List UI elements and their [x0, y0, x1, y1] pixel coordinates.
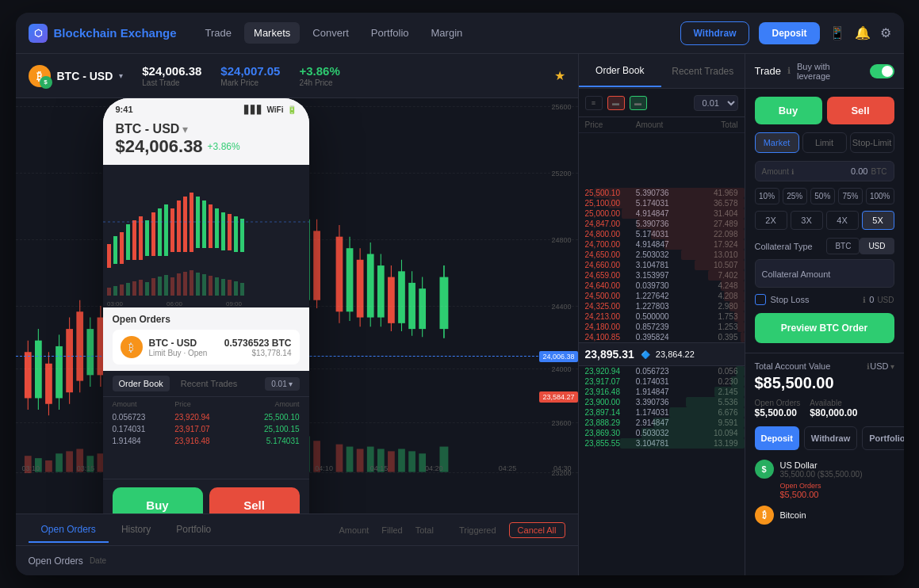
lev-3x[interactable]: 3X	[791, 211, 823, 230]
ask-row[interactable]: 24,660.003.10478110.507	[579, 260, 745, 270]
ask-row[interactable]: 24,847.005.39073627.489	[579, 219, 745, 229]
nav-item-margin[interactable]: Margin	[422, 22, 473, 44]
stop-loss-checkbox[interactable]	[755, 294, 766, 305]
ask-row[interactable]: 24,650.002.50303213.010	[579, 250, 745, 260]
lev-2x[interactable]: 2X	[755, 211, 787, 230]
ask-row[interactable]: 24,180.000.8572391.253	[579, 322, 745, 332]
ot-tab-limit[interactable]: Limit	[802, 132, 847, 153]
ask-row[interactable]: 25,000.004.91484731.404	[579, 208, 745, 219]
pct-100[interactable]: 100%	[866, 188, 894, 204]
collateral-btc-button[interactable]: BTC	[826, 238, 860, 254]
favorite-button[interactable]: ★	[554, 68, 565, 83]
chart-bottom-tabs: Open Orders History Portfolio Amount Fil…	[16, 514, 578, 545]
bid-row[interactable]: 23,917.070.1740310.230	[579, 376, 745, 387]
collateral-type-label: Collateral Type	[755, 242, 827, 251]
collateral-amount-field[interactable]: Collateral Amount	[755, 259, 894, 288]
amount-value: 0.00	[851, 166, 867, 176]
ask-row[interactable]: 24,325.001.2278032.980	[579, 301, 745, 311]
ob-tab-order-book[interactable]: Order Book	[579, 55, 662, 87]
ask-row[interactable]: 24,659.003.1539977.402	[579, 270, 745, 281]
nav-item-portfolio[interactable]: Portfolio	[362, 22, 419, 44]
svg-rect-133	[215, 208, 219, 248]
pct-25[interactable]: 25%	[783, 188, 807, 204]
open-orders-label[interactable]: Open Orders	[29, 556, 83, 567]
orders-col-total: Total	[415, 525, 434, 535]
stop-loss-info-icon[interactable]: ℹ	[863, 296, 866, 304]
order-book-controls: ≡ ▬ ▬ 0.01	[579, 89, 745, 117]
pct-50[interactable]: 50%	[810, 188, 835, 204]
ask-row[interactable]: 24,640.000.0397304.248	[579, 281, 745, 291]
tab-portfolio[interactable]: Portfolio	[163, 517, 224, 543]
mobile-status-icons: ▋▋▋ WiFi 🔋	[244, 105, 296, 114]
ob-size-select[interactable]: 0.01	[694, 95, 738, 111]
account-currency-dropdown-icon[interactable]: ▾	[890, 362, 894, 371]
mobile-status-bar: 9:41 ▋▋▋ WiFi 🔋	[103, 98, 309, 117]
bid-row[interactable]: 23,900.003.3907365.536	[579, 397, 745, 407]
bid-row[interactable]: 23,916.481.9148472.145	[579, 387, 745, 397]
trade-info-icon[interactable]: ℹ	[787, 66, 791, 76]
percentage-buttons: 10% 25% 50% 75% 100%	[745, 188, 904, 204]
filter-bids-icon[interactable]: ▬	[630, 96, 647, 110]
mobile-buy-button[interactable]: Buy	[113, 487, 203, 514]
nav-item-convert[interactable]: Convert	[303, 22, 358, 44]
deposit-button[interactable]: Deposit	[759, 22, 819, 44]
mobile-sell-button[interactable]: Sell	[209, 487, 300, 514]
ask-row[interactable]: 25,100.005.17403136.578	[579, 198, 745, 208]
mobile-icon[interactable]: 📱	[829, 25, 845, 40]
lev-5x[interactable]: 5X	[862, 211, 894, 230]
bid-row[interactable]: 23,888.292.9148479.591	[579, 418, 745, 428]
tab-history[interactable]: History	[109, 517, 163, 543]
ask-row[interactable]: 24,800.005.17403122.098	[579, 229, 745, 239]
nav-item-markets[interactable]: Markets	[244, 22, 300, 44]
notifications-icon[interactable]: 🔔	[855, 25, 871, 40]
account-portfolio-button[interactable]: Portfolio	[862, 426, 903, 450]
ask-row[interactable]: 24,213.000.5000001.753	[579, 311, 745, 322]
pct-10[interactable]: 10%	[755, 188, 779, 204]
nav-items: Trade Markets Convert Portfolio Margin	[196, 22, 680, 44]
pair-selector[interactable]: ₿ $ BTC - USD ▾	[29, 65, 124, 87]
ot-tab-stop-limit[interactable]: Stop-Limit	[850, 132, 894, 153]
price-label-24800: 24800	[551, 236, 571, 244]
account-withdraw-button[interactable]: Withdraw	[804, 426, 857, 450]
buy-sell-buttons: Buy Sell	[745, 89, 904, 132]
collateral-usd-button[interactable]: USD	[860, 238, 894, 254]
bid-row[interactable]: 23,897.141.1740316.676	[579, 407, 745, 418]
cancel-all-button[interactable]: Cancel All	[509, 522, 565, 538]
amount-field[interactable]: Amount ℹ 0.00 BTC	[755, 161, 894, 181]
ob-tab-recent-trades[interactable]: Recent Trades	[661, 56, 745, 86]
ask-row[interactable]: 25,500.105.39073641.969	[579, 188, 745, 198]
settings-icon[interactable]: ⚙	[880, 25, 891, 40]
main-area: ₿ $ BTC - USD ▾ $24,006.38 Last Trade $2…	[16, 54, 904, 575]
tab-open-orders[interactable]: Open Orders	[29, 517, 109, 543]
filter-all-icon[interactable]: ≡	[585, 96, 603, 110]
svg-rect-129	[190, 193, 193, 252]
svg-rect-119	[126, 224, 130, 260]
amount-info-icon[interactable]: ℹ	[791, 168, 794, 176]
bid-row[interactable]: 23,855.553.10478113.199	[579, 438, 745, 449]
ot-tab-market[interactable]: Market	[755, 132, 799, 153]
mobile-ob-tab-order-book[interactable]: Order Book	[113, 376, 170, 391]
leverage-toggle[interactable]	[870, 64, 894, 78]
account-deposit-button[interactable]: Deposit	[755, 426, 799, 450]
bid-row[interactable]: 23,920.940.0567230.056	[579, 366, 745, 376]
bid-row[interactable]: 23,869.300.50303210.094	[579, 428, 745, 438]
usd-asset-name: US Dollar	[780, 460, 894, 470]
withdraw-button[interactable]: Withdraw	[680, 21, 750, 45]
logo[interactable]: ⬡ Blockchain Exchange	[29, 24, 177, 43]
account-action-buttons: Deposit Withdraw Portfolio	[755, 426, 894, 450]
pct-75[interactable]: 75%	[838, 188, 863, 204]
mobile-pair-name: BTC - USD	[116, 122, 180, 136]
lev-4x[interactable]: 4X	[826, 211, 859, 230]
filter-asks-icon[interactable]: ▬	[607, 96, 625, 110]
nav-item-trade[interactable]: Trade	[196, 22, 241, 44]
account-header: Total Account Value ℹ USD ▾	[755, 361, 894, 371]
buy-button[interactable]: Buy	[755, 97, 822, 124]
ask-row[interactable]: 24,100.850.3958240.395	[579, 332, 745, 342]
ask-row[interactable]: 24,500.001.2276424.208	[579, 291, 745, 301]
mobile-ob-size[interactable]: 0.01 ▾	[265, 377, 299, 391]
mobile-ob-tab-recent-trades[interactable]: Recent Trades	[174, 376, 244, 391]
preview-order-button[interactable]: Preview BTC Order	[755, 313, 894, 343]
ask-row[interactable]: 24,700.004.91484717.924	[579, 239, 745, 250]
sell-button[interactable]: Sell	[827, 97, 894, 124]
available-stat-value: $80,000.00	[810, 407, 857, 418]
